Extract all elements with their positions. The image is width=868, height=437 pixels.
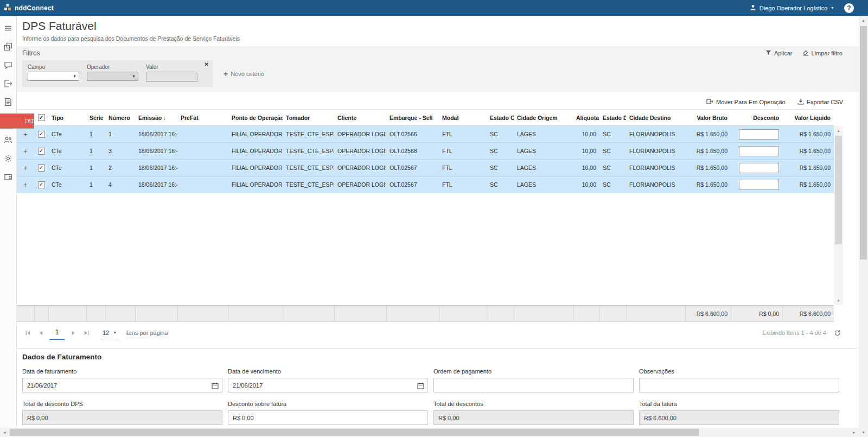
last-page-button[interactable]: [80, 326, 93, 339]
select-all-checkbox[interactable]: ✓: [38, 114, 45, 121]
column-header-modal[interactable]: Modal: [439, 110, 487, 125]
scroll-right-arrow[interactable]: ►: [850, 428, 859, 437]
billing-date-input[interactable]: [22, 378, 222, 392]
expander-cell[interactable]: +: [17, 176, 34, 193]
table-row[interactable]: +✓CTe1218/06/2017 16:48FILIAL OPERADOR D…: [17, 160, 834, 176]
column-header-desconto[interactable]: Desconto: [731, 110, 782, 125]
row-expand-button[interactable]: +: [23, 181, 28, 188]
first-page-button[interactable]: [21, 326, 34, 339]
cell-cidade_destino: FLORIANOPOLIS: [626, 126, 685, 142]
brand[interactable]: nddConnect: [0, 4, 54, 12]
page-size-select[interactable]: 12 ▼: [100, 326, 119, 339]
table-scrollbar-thumb[interactable]: [835, 136, 842, 244]
sidebar-item-logout[interactable]: [0, 77, 17, 91]
page-vertical-scrollbar[interactable]: ▲ ▼: [859, 16, 868, 437]
sidebar-item-network[interactable]: [0, 40, 17, 54]
table-row[interactable]: +✓CTe1318/06/2017 16:48FILIAL OPERADOR D…: [17, 143, 834, 160]
checkbox-cell[interactable]: ✓: [34, 126, 48, 142]
column-header-valor_bruto[interactable]: Valor Bruto: [685, 110, 731, 125]
sidebar-item-billing[interactable]: [0, 113, 34, 129]
column-header-emissao[interactable]: Emissão ↓: [135, 110, 177, 125]
invoice-discount-input[interactable]: [228, 410, 428, 425]
user-menu[interactable]: Diego Operador Logístico ▼: [750, 4, 834, 12]
new-criterion-button[interactable]: + Novo critério: [224, 70, 264, 78]
scroll-up-arrow[interactable]: ▲: [834, 126, 843, 135]
column-header-serie[interactable]: Série: [86, 110, 105, 125]
column-header-ponto[interactable]: Ponto de Operação: [228, 110, 283, 125]
refresh-icon[interactable]: [834, 330, 841, 337]
export-csv-button[interactable]: Exportar CSV: [797, 98, 843, 106]
sidebar-item-documents[interactable]: [0, 95, 17, 109]
value-input[interactable]: [146, 73, 197, 82]
column-header-estado_d[interactable]: Estado D...: [599, 110, 626, 125]
cell-desconto[interactable]: [731, 143, 782, 159]
column-header-tomador[interactable]: Tomador: [283, 110, 334, 125]
cell-desconto[interactable]: [731, 126, 782, 142]
scroll-left-arrow[interactable]: ◄: [0, 428, 9, 437]
table-scrollbar[interactable]: ▲ ▼: [834, 126, 843, 305]
move-to-operation-button[interactable]: Mover Para Em Operação: [706, 98, 786, 106]
checkbox-cell[interactable]: ✓: [34, 143, 48, 159]
total-expander: [17, 306, 34, 321]
scroll-down-arrow[interactable]: ▼: [859, 428, 868, 437]
row-checkbox[interactable]: ✓: [38, 148, 45, 155]
cell-desconto[interactable]: [731, 160, 782, 176]
field-select[interactable]: ▼: [28, 72, 79, 81]
help-button[interactable]: ?: [844, 3, 854, 13]
calendar-icon[interactable]: [417, 382, 424, 391]
column-header-estado_o[interactable]: Estado O...: [487, 110, 514, 125]
current-page-button[interactable]: 1: [49, 326, 65, 340]
cell-cidade_destino: FLORIANOPOLIS: [626, 160, 685, 176]
observations-input[interactable]: [639, 378, 839, 392]
payment-order-input[interactable]: [433, 378, 634, 392]
row-checkbox[interactable]: ✓: [38, 131, 45, 138]
row-expand-button[interactable]: +: [23, 148, 28, 155]
cell-numero: 3: [105, 143, 135, 159]
desconto-input[interactable]: [739, 129, 779, 140]
row-checkbox[interactable]: ✓: [38, 164, 45, 172]
sidebar-item-settings[interactable]: [0, 151, 17, 166]
column-header-aliquota[interactable]: Alíquota (%): [573, 110, 599, 125]
sidebar-item-chat[interactable]: [0, 58, 17, 72]
clear-filter-button[interactable]: Limpar filtro: [802, 49, 843, 57]
column-header-tipo[interactable]: Tipo: [48, 110, 86, 125]
row-expand-button[interactable]: +: [23, 131, 28, 138]
column-header-numero[interactable]: Número: [105, 110, 135, 125]
desconto-input[interactable]: [739, 163, 779, 173]
remove-criterion-button[interactable]: ✕: [205, 61, 209, 67]
vertical-scrollbar-thumb[interactable]: [860, 26, 867, 259]
checkbox-cell[interactable]: ✓: [34, 160, 48, 176]
expander-cell[interactable]: +: [17, 143, 34, 159]
desconto-input[interactable]: [739, 180, 779, 190]
column-header-cidade_origem[interactable]: Cidade Origem: [514, 110, 573, 125]
column-header-cidade_destino[interactable]: Cidade Destino: [626, 110, 685, 125]
checkbox-cell[interactable]: ✓: [34, 176, 48, 193]
horizontal-scrollbar-thumb[interactable]: [10, 429, 699, 436]
cell-valor_bruto: R$ 1.650,00: [685, 160, 731, 176]
sidebar-item-users[interactable]: [0, 133, 17, 147]
row-checkbox[interactable]: ✓: [38, 181, 45, 188]
apply-filter-button[interactable]: Aplicar: [765, 49, 793, 57]
table-row[interactable]: +✓CTe1418/06/2017 16:48FILIAL OPERADOR D…: [17, 176, 834, 193]
column-header-valor_liquido[interactable]: Valor Líquido: [782, 110, 834, 125]
next-page-button[interactable]: [67, 326, 80, 339]
cell-desconto[interactable]: [731, 176, 782, 193]
scroll-up-arrow[interactable]: ▲: [859, 16, 868, 25]
total-ponto: [228, 306, 283, 321]
due-date-input[interactable]: [228, 378, 428, 392]
table-row[interactable]: +✓CTe1118/06/2017 16:48FILIAL OPERADOR D…: [17, 126, 834, 143]
column-header-embarque[interactable]: Embarque - Sell: [386, 110, 439, 125]
page-horizontal-scrollbar[interactable]: ◄ ►: [0, 428, 859, 437]
column-header-prefat[interactable]: PreFat: [177, 110, 228, 125]
row-expand-button[interactable]: +: [23, 164, 28, 172]
prev-page-button[interactable]: [34, 326, 47, 339]
hamburger-menu-icon[interactable]: [0, 21, 17, 35]
billing-field: Ordem de pagamento: [433, 368, 634, 392]
sidebar-item-wallet[interactable]: [0, 170, 17, 184]
calendar-icon[interactable]: [212, 382, 219, 391]
expander-cell[interactable]: +: [17, 160, 34, 176]
desconto-input[interactable]: [739, 146, 779, 156]
scroll-down-arrow[interactable]: ▼: [834, 296, 843, 305]
operator-select[interactable]: ▼: [87, 72, 138, 81]
column-header-cliente[interactable]: Cliente: [334, 110, 386, 125]
